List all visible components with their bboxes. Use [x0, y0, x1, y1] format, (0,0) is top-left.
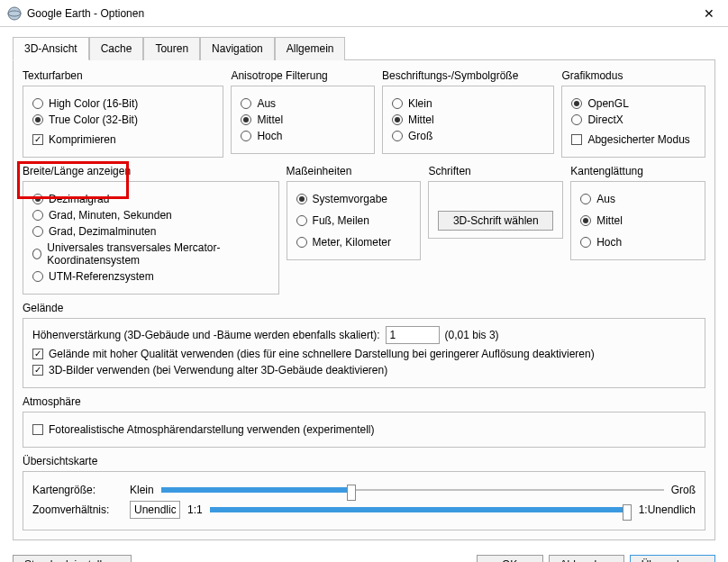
titlebar: Google Earth - Optionen ✕ [0, 0, 728, 27]
fonts-label: Schriften [428, 165, 563, 177]
latlon-label: Breite/Länge anzeigen [23, 165, 279, 177]
map-size-slider[interactable] [161, 483, 664, 497]
check-terrain-hq[interactable]: Gelände mit hoher Qualität verwenden (di… [32, 348, 696, 360]
labelsize-label: Beschriftungs-/Symbolgröße [382, 69, 554, 82]
map-size-label: Kartengröße: [32, 484, 123, 496]
radio-utm-ref[interactable]: UTM-Referenzsystem [32, 270, 269, 283]
apply-button[interactable]: Übernehmen [630, 555, 715, 562]
radio-units-imperial[interactable]: Fuß, Meilen [296, 214, 412, 227]
tab-cache[interactable]: Cache [89, 37, 144, 60]
gfx-label: Grafikmodus [561, 69, 705, 82]
close-button[interactable]: ✕ [697, 6, 721, 21]
aa-label: Kantenglättung [570, 165, 705, 177]
tab-tours[interactable]: Touren [143, 37, 200, 60]
tab-3d-view[interactable]: 3D-Ansicht [13, 37, 89, 60]
choose-3d-font-button[interactable]: 3D-Schrift wählen [438, 211, 553, 231]
radio-ddm[interactable]: Grad, Dezimalminuten [32, 225, 269, 238]
radio-aa-mid[interactable]: Mittel [580, 214, 696, 227]
atmos-label: Atmosphäre [23, 395, 705, 408]
radio-aa-off[interactable]: Aus [580, 193, 696, 205]
radio-aniso-high[interactable]: Hoch [241, 130, 365, 142]
cancel-button[interactable]: Abbrechen [549, 555, 624, 562]
radio-units-system[interactable]: Systemvorgabe [296, 193, 412, 205]
exag-label: Höhenverstärkung (3D-Gebäude und -Bäume … [32, 329, 380, 341]
radio-dms[interactable]: Grad, Minuten, Sekunden [32, 209, 269, 222]
map-size-min: Klein [130, 484, 154, 496]
radio-aa-high[interactable]: Hoch [580, 236, 696, 249]
svg-point-0 [8, 7, 21, 20]
overview-label: Übersichtskarte [23, 455, 705, 467]
tab-panel: Texturfarben High Color (16-Bit) True Co… [13, 60, 715, 540]
zoom-min: 1:1 [187, 503, 203, 516]
zoom-ratio-slider[interactable] [210, 503, 632, 517]
zoom-max: 1:Unendlich [639, 503, 696, 516]
radio-directx[interactable]: DirectX [571, 113, 696, 126]
radio-size-small[interactable]: Klein [392, 97, 544, 110]
exag-hint: (0,01 bis 3) [445, 329, 499, 341]
tab-bar: 3D-Ansicht Cache Touren Navigation Allge… [13, 36, 715, 60]
radio-true-color[interactable]: True Color (32-Bit) [32, 113, 214, 126]
radio-decimal-degrees[interactable]: Dezimalgrad [32, 193, 269, 205]
check-compress[interactable]: Komprimieren [32, 133, 214, 146]
window-title: Google Earth - Optionen [27, 7, 697, 20]
tab-navigation[interactable]: Navigation [200, 37, 275, 60]
footer: Standardeinstellung OK Abbrechen Überneh… [0, 548, 728, 562]
defaults-button[interactable]: Standardeinstellung [13, 555, 132, 562]
radio-utm[interactable]: Universales transversales Mercator-Koord… [32, 241, 269, 267]
terrain-label: Gelände [23, 302, 705, 314]
radio-size-mid[interactable]: Mittel [392, 113, 544, 126]
tab-general[interactable]: Allgemein [275, 37, 346, 60]
units-label: Maßeinheiten [287, 165, 422, 177]
map-size-max: Groß [671, 484, 696, 496]
radio-units-metric[interactable]: Meter, Kilometer [296, 236, 412, 249]
aniso-label: Anisotrope Filterung [231, 69, 375, 82]
exag-input[interactable] [386, 326, 440, 344]
radio-aniso-mid[interactable]: Mittel [241, 113, 365, 126]
app-icon [7, 6, 22, 21]
check-3d-imagery[interactable]: 3D-Bilder verwenden (bei Verwendung alte… [32, 364, 696, 376]
check-safe-mode[interactable]: Abgesicherter Modus [571, 133, 696, 146]
radio-high-color[interactable]: High Color (16-Bit) [32, 97, 214, 110]
ok-button[interactable]: OK [477, 555, 543, 562]
check-photo-atmos[interactable]: Fotorealistische Atmosphärendarstellung … [32, 423, 696, 436]
texture-label: Texturfarben [23, 69, 223, 82]
radio-opengl[interactable]: OpenGL [571, 97, 696, 110]
radio-aniso-off[interactable]: Aus [241, 97, 365, 110]
radio-size-big[interactable]: Groß [392, 130, 544, 142]
zoom-ratio-label: Zoomverhältnis: [32, 503, 123, 516]
zoom-ratio-input[interactable] [130, 501, 180, 519]
